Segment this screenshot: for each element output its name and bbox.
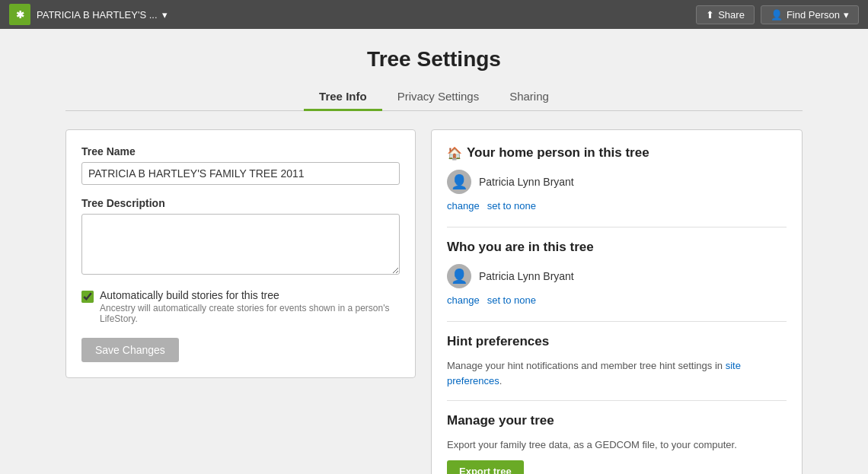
main-layout: Tree Name PATRICIA B HARTLEY'S FAMILY TR… [65, 129, 803, 474]
hint-preferences-body: Manage your hint notifications and membe… [447, 358, 787, 388]
who-you-are-avatar-icon: 👤 [451, 268, 468, 285]
tab-sharing-label: Sharing [509, 90, 549, 103]
home-person-row: 👤 Patricia Lynn Bryant [447, 170, 787, 194]
save-changes-label: Save Changes [95, 344, 165, 356]
tree-selector-label: PATRICIA B HARTLEY'S ... [37, 9, 158, 21]
hint-preferences-body-end: . [499, 375, 503, 387]
share-label: Share [718, 9, 745, 21]
ancestry-logo: ✱ [9, 4, 30, 25]
hint-preferences-title: Hint preferences [447, 334, 787, 349]
tree-description-label: Tree Description [81, 197, 400, 209]
who-you-are-change-label: change [447, 294, 480, 306]
find-person-label: Find Person [787, 9, 840, 21]
save-changes-button[interactable]: Save Changes [81, 338, 179, 362]
page-title: Tree Settings [65, 47, 803, 72]
manage-tree-title-text: Manage your tree [447, 413, 554, 428]
tab-tree-info[interactable]: Tree Info [304, 84, 382, 111]
tab-privacy-settings-label: Privacy Settings [397, 90, 480, 103]
auto-stories-label-group: Automatically build stories for this tre… [100, 289, 400, 324]
home-person-set-to-none-label: set to none [487, 200, 536, 212]
who-you-are-set-to-none-label: set to none [487, 294, 536, 306]
tree-name-label: Tree Name [81, 145, 400, 157]
who-you-are-person-name: Patricia Lynn Bryant [479, 270, 574, 282]
find-person-icon: 👤 [771, 9, 783, 21]
home-person-section-title: 🏠 Your home person in this tree [447, 145, 787, 161]
tree-selector-dropdown-icon: ▾ [162, 9, 168, 21]
manage-tree-title: Manage your tree [447, 413, 787, 428]
hint-preferences-body-text: Manage your hint notifications and membe… [447, 360, 726, 371]
tree-selector-button[interactable]: PATRICIA B HARTLEY'S ... ▾ [37, 9, 168, 21]
hint-preferences-title-text: Hint preferences [447, 334, 549, 349]
tab-privacy-settings[interactable]: Privacy Settings [382, 84, 495, 111]
nav-right: ⬆ Share 👤 Find Person ▾ [696, 5, 859, 24]
who-you-are-actions: change set to none [447, 294, 787, 306]
find-person-button[interactable]: 👤 Find Person ▾ [761, 5, 859, 24]
who-you-are-set-to-none-link[interactable]: set to none [487, 294, 536, 306]
find-person-dropdown-icon: ▾ [844, 9, 849, 21]
home-person-change-link[interactable]: change [447, 200, 480, 212]
page-content: Tree Settings Tree Info Privacy Settings… [53, 29, 815, 474]
export-tree-label: Export tree [459, 466, 512, 475]
nav-left: ✱ PATRICIA B HARTLEY'S ... ▾ [9, 4, 168, 25]
share-icon: ⬆ [706, 9, 714, 21]
home-person-set-to-none-link[interactable]: set to none [487, 200, 536, 212]
home-icon: 🏠 [447, 146, 462, 161]
who-you-are-person-row: 👤 Patricia Lynn Bryant [447, 264, 787, 288]
auto-stories-row: Automatically build stories for this tre… [81, 289, 400, 324]
home-person-actions: change set to none [447, 200, 787, 212]
tab-tree-info-label: Tree Info [319, 90, 367, 103]
divider-1 [447, 227, 787, 227]
home-person-avatar: 👤 [447, 170, 471, 194]
who-you-are-section-title: Who you are in this tree [447, 240, 787, 255]
who-you-are-title-text: Who you are in this tree [447, 240, 594, 255]
share-button[interactable]: ⬆ Share [696, 5, 755, 24]
auto-stories-main-label: Automatically build stories for this tre… [100, 289, 400, 301]
home-person-name: Patricia Lynn Bryant [479, 176, 574, 188]
home-person-change-label: change [447, 200, 480, 212]
tree-name-input[interactable]: PATRICIA B HARTLEY'S FAMILY TREE 2011 [81, 162, 400, 185]
tab-sharing[interactable]: Sharing [494, 84, 564, 111]
who-you-are-avatar: 👤 [447, 264, 471, 288]
divider-3 [447, 400, 787, 401]
auto-stories-sub-label: Ancestry will automatically create stori… [100, 303, 400, 324]
manage-tree-body: Export your family tree data, as a GEDCO… [447, 437, 787, 453]
export-tree-button[interactable]: Export tree [447, 460, 524, 475]
home-person-title-text: Your home person in this tree [467, 145, 649, 161]
divider-2 [447, 321, 787, 322]
auto-stories-checkbox[interactable] [81, 291, 94, 303]
top-navigation: ✱ PATRICIA B HARTLEY'S ... ▾ ⬆ Share 👤 F… [0, 0, 868, 29]
tree-info-form: Tree Name PATRICIA B HARTLEY'S FAMILY TR… [65, 129, 416, 378]
tree-details-panel: 🏠 Your home person in this tree 👤 Patric… [431, 129, 803, 474]
tab-bar: Tree Info Privacy Settings Sharing [65, 84, 803, 111]
tree-description-input[interactable] [81, 214, 400, 275]
logo-symbol: ✱ [16, 9, 24, 21]
who-you-are-change-link[interactable]: change [447, 294, 480, 306]
home-person-avatar-icon: 👤 [451, 173, 468, 190]
